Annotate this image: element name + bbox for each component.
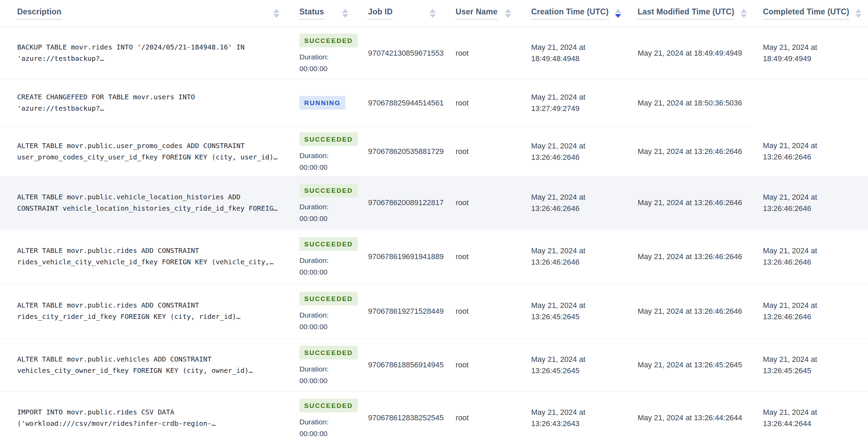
completed-time-cell: May 21, 2024 at 13:26:46:2646	[752, 176, 868, 229]
table-row: ALTER TABLE movr.public.rides ADD CONSTR…	[0, 229, 868, 284]
table-row: ALTER TABLE movr.public.vehicle_location…	[0, 176, 868, 229]
table-row: CREATE CHANGEFEED FOR TABLE movr.users I…	[0, 79, 868, 126]
status-cell: SUCCEEDED Duration: 00:00:00	[288, 176, 357, 229]
sort-icon[interactable]	[615, 9, 621, 18]
sort-icon[interactable]	[855, 9, 861, 18]
duration-value: 00:00:00	[299, 377, 348, 384]
sort-icon[interactable]	[505, 9, 511, 18]
creation-time-cell: May 21, 2024 at 13:26:46:2646	[520, 126, 627, 176]
description-line-1: ALTER TABLE movr.public.rides ADD CONSTR…	[17, 245, 279, 256]
description-cell[interactable]: BACKUP TABLE movr.rides INTO '/2024/05/2…	[0, 27, 288, 79]
status-cell: SUCCEEDED Duration: 00:00:00	[288, 338, 357, 391]
creation-time-cell: May 21, 2024 at 13:27:49:2749	[520, 79, 627, 126]
status-badge: SUCCEEDED	[299, 346, 358, 359]
job-id-cell: 970678825944514561	[357, 79, 445, 126]
last-modified-time-cell: May 21, 2024 at 13:26:46:2646	[627, 126, 752, 176]
sort-asc-icon	[855, 9, 861, 13]
duration-label: Duration:	[299, 53, 348, 60]
status-badge: SUCCEEDED	[299, 132, 358, 146]
sort-icon[interactable]	[741, 9, 747, 18]
description-line-2: user_promo_codes_city_user_id_fkey FOREI…	[17, 152, 279, 163]
sort-desc-icon	[342, 14, 348, 18]
description-line-2: 'azure://testbackup?…	[17, 103, 279, 114]
user-name-cell: root	[445, 284, 520, 338]
duration-label: Duration:	[299, 418, 348, 425]
description-cell[interactable]: ALTER TABLE movr.public.rides ADD CONSTR…	[0, 284, 288, 338]
user-name-cell: root	[445, 79, 520, 126]
completed-time-cell: May 21, 2024 at 13:26:46:2646	[752, 284, 868, 338]
creation-time-cell: May 21, 2024 at 13:26:46:2646	[520, 176, 627, 229]
table-row: BACKUP TABLE movr.rides INTO '/2024/05/2…	[0, 27, 868, 79]
job-id-cell: 970678620089122817	[357, 176, 445, 229]
job-id-cell: 970678619271528449	[357, 284, 445, 338]
sort-icon[interactable]	[342, 9, 348, 18]
column-label-description: Description	[17, 7, 61, 20]
description-line-2: ('workload:///csv/movr/rides?infer-crdb-…	[17, 418, 279, 429]
sort-desc-icon	[615, 14, 621, 18]
description-cell[interactable]: ALTER TABLE movr.public.vehicle_location…	[0, 176, 288, 229]
duration-value: 00:00:00	[299, 430, 348, 437]
last-modified-time-cell: May 21, 2024 at 13:26:44:2644	[627, 391, 752, 444]
status-badge: SUCCEEDED	[299, 399, 358, 412]
column-label-last-modified-time: Last Modified Time (UTC)	[638, 7, 734, 20]
table-body: BACKUP TABLE movr.rides INTO '/2024/05/2…	[0, 27, 868, 444]
completed-time-cell: May 21, 2024 at 13:26:46:2646	[752, 229, 868, 284]
job-id-cell: 970742130859671553	[357, 27, 445, 79]
duration-value: 00:00:00	[299, 164, 348, 171]
column-header-last-modified-time[interactable]: Last Modified Time (UTC)	[627, 0, 752, 27]
table-row: IMPORT INTO movr.public.rides CSV DATA (…	[0, 391, 868, 444]
column-header-status[interactable]: Status	[288, 0, 357, 27]
duration-value: 00:00:00	[299, 268, 348, 276]
creation-time-cell: May 21, 2024 at 13:26:45:2645	[520, 338, 627, 391]
column-header-creation-time[interactable]: Creation Time (UTC)	[520, 0, 627, 27]
user-name-cell: root	[445, 126, 520, 176]
table-row: ALTER TABLE movr.public.rides ADD CONSTR…	[0, 284, 868, 338]
duration-value: 00:00:00	[299, 323, 348, 330]
creation-time-cell: May 21, 2024 at 13:26:43:2643	[520, 391, 627, 444]
description-line-1: ALTER TABLE movr.public.vehicles ADD CON…	[17, 354, 279, 365]
table-header: Description Status Job ID User Name	[0, 0, 868, 27]
column-header-user-name[interactable]: User Name	[445, 0, 520, 27]
last-modified-time-cell: May 21, 2024 at 13:26:46:2646	[627, 176, 752, 229]
creation-time-cell: May 21, 2024 at 13:26:46:2646	[520, 229, 627, 284]
column-header-job-id[interactable]: Job ID	[357, 0, 445, 27]
last-modified-time-cell: May 21, 2024 at 13:26:45:2645	[627, 338, 752, 391]
description-cell[interactable]: CREATE CHANGEFEED FOR TABLE movr.users I…	[0, 79, 288, 126]
status-cell: SUCCEEDED Duration: 00:00:00	[288, 126, 357, 176]
duration-value: 00:00:00	[299, 65, 348, 72]
column-header-completed-time[interactable]: Completed Time (UTC)	[752, 0, 868, 27]
duration-label: Duration:	[299, 203, 348, 210]
job-id-cell: 970678618856914945	[357, 338, 445, 391]
user-name-cell: root	[445, 391, 520, 444]
sort-icon[interactable]	[273, 9, 279, 18]
description-line-1: CREATE CHANGEFEED FOR TABLE movr.users I…	[17, 91, 279, 103]
description-cell[interactable]: ALTER TABLE movr.public.rides ADD CONSTR…	[0, 229, 288, 284]
sort-asc-icon	[430, 9, 436, 13]
last-modified-time-cell: May 21, 2024 at 13:26:46:2646	[627, 229, 752, 284]
status-cell: SUCCEEDED Duration: 00:00:00	[288, 391, 357, 444]
column-label-job-id: Job ID	[368, 7, 392, 20]
job-id-cell: 970678619691941889	[357, 229, 445, 284]
description-cell[interactable]: ALTER TABLE movr.public.user_promo_codes…	[0, 126, 288, 176]
description-line-2: vehicles_city_owner_id_fkey FOREIGN KEY …	[17, 365, 279, 376]
user-name-cell: root	[445, 229, 520, 284]
description-line-2: 'azure://testbackup?…	[17, 53, 279, 64]
status-badge: SUCCEEDED	[299, 292, 358, 306]
status-badge: SUCCEEDED	[299, 237, 358, 251]
completed-time-cell: May 21, 2024 at 13:26:46:2646	[752, 126, 868, 176]
duration-label: Duration:	[299, 311, 348, 319]
column-header-description[interactable]: Description	[0, 0, 288, 27]
description-line-2: rides_vehicle_city_vehicle_id_fkey FOREI…	[17, 256, 279, 268]
description-line-1: ALTER TABLE movr.public.rides ADD CONSTR…	[17, 300, 279, 311]
sort-asc-icon	[273, 9, 279, 13]
sort-icon[interactable]	[430, 9, 436, 18]
status-badge: SUCCEEDED	[299, 34, 358, 47]
duration-label: Duration:	[299, 257, 348, 264]
table-row: ALTER TABLE movr.public.vehicles ADD CON…	[0, 338, 868, 391]
status-cell: SUCCEEDED Duration: 00:00:00	[288, 284, 357, 338]
description-line-1: BACKUP TABLE movr.rides INTO '/2024/05/2…	[17, 42, 279, 53]
description-line-2: rides_city_rider_id_fkey FOREIGN KEY (ci…	[17, 311, 279, 322]
description-cell[interactable]: ALTER TABLE movr.public.vehicles ADD CON…	[0, 338, 288, 391]
column-label-status: Status	[299, 7, 324, 20]
description-cell[interactable]: IMPORT INTO movr.public.rides CSV DATA (…	[0, 391, 288, 444]
